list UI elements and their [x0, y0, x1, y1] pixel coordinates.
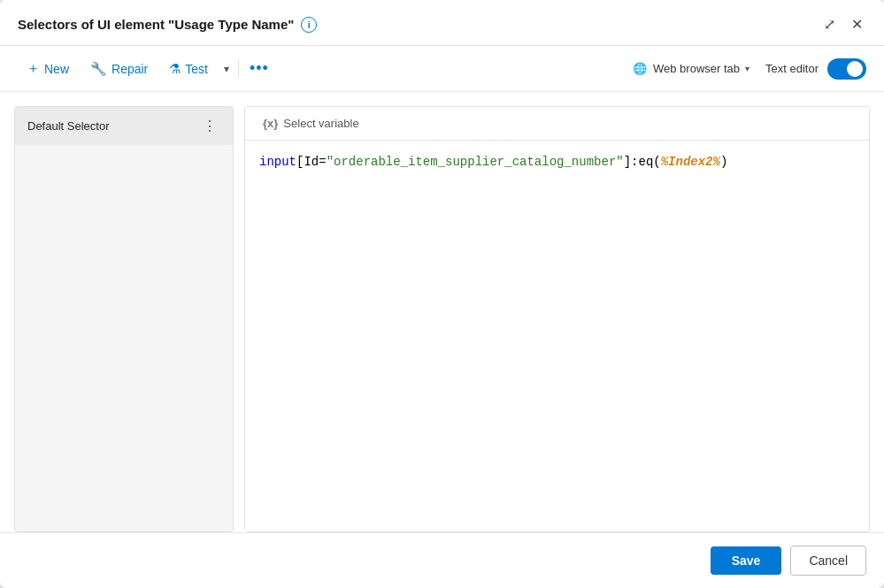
close-button[interactable]: ✕	[848, 12, 866, 36]
footer: Save Cancel	[0, 532, 884, 588]
editor-content[interactable]: input[Id="orderable_item_supplier_catalo…	[245, 141, 869, 531]
browser-tab-chevron-icon: ▾	[745, 64, 749, 73]
new-button[interactable]: ＋ New	[18, 55, 78, 82]
code-bracket: [Id=	[296, 155, 327, 169]
toolbar-right: 🌐 Web browser tab ▾ Text editor	[625, 57, 866, 81]
code-prefix: input	[259, 155, 296, 169]
code-closing: )	[720, 155, 727, 169]
text-editor-label: Text editor	[765, 62, 819, 75]
code-method: ]:eq(	[624, 155, 661, 169]
right-panel: {x} Select variable input[Id="orderable_…	[244, 106, 870, 532]
expand-button[interactable]: ⤢	[820, 12, 839, 36]
new-label: New	[44, 62, 69, 76]
toggle-thumb	[847, 61, 863, 77]
repair-icon: 🔧	[90, 61, 107, 77]
title-bar: Selectors of UI element "Usage Type Name…	[0, 0, 884, 46]
browser-tab-label: Web browser tab	[653, 62, 740, 75]
dialog-container: Selectors of UI element "Usage Type Name…	[0, 0, 884, 588]
title-bar-right: ⤢ ✕	[820, 12, 866, 36]
left-panel: Default Selector ⋮	[14, 106, 234, 532]
toolbar: ＋ New 🔧 Repair ⚗ Test ▾ ••• 🌐 Web browse…	[0, 46, 884, 92]
globe-icon: 🌐	[632, 61, 648, 77]
select-variable-label: Select variable	[283, 117, 358, 130]
cancel-button[interactable]: Cancel	[790, 546, 866, 576]
repair-button[interactable]: 🔧 Repair	[81, 56, 157, 82]
toolbar-divider	[238, 60, 239, 78]
default-selector-item[interactable]: Default Selector ⋮	[15, 107, 233, 145]
code-line: input[Id="orderable_item_supplier_catalo…	[259, 155, 727, 169]
plus-icon: ＋	[27, 60, 40, 77]
title-bar-left: Selectors of UI element "Usage Type Name…	[18, 17, 317, 33]
variable-icon: {x}	[263, 117, 278, 130]
info-icon[interactable]: i	[301, 17, 317, 33]
code-variable: %Index2%	[661, 155, 720, 169]
browser-tab-button[interactable]: 🌐 Web browser tab ▾	[625, 57, 757, 81]
text-editor-toggle[interactable]	[827, 58, 866, 80]
code-string: "orderable_item_supplier_catalog_number"	[327, 155, 624, 169]
dialog-title: Selectors of UI element "Usage Type Name…	[18, 17, 294, 32]
toolbar-dropdown-button[interactable]: ▾	[220, 58, 233, 80]
test-button[interactable]: ⚗ Test	[160, 56, 217, 82]
save-button[interactable]: Save	[711, 546, 782, 575]
test-icon: ⚗	[169, 61, 181, 77]
main-content: Default Selector ⋮ {x} Select variable i…	[0, 92, 884, 532]
test-label: Test	[185, 62, 208, 76]
selector-item-label: Default Selector	[27, 119, 110, 133]
toggle-track	[827, 58, 866, 80]
selector-item-menu-button[interactable]: ⋮	[199, 116, 220, 136]
toolbar-left: ＋ New 🔧 Repair ⚗ Test ▾ •••	[18, 55, 274, 82]
select-variable-button[interactable]: {x} Select variable	[256, 114, 366, 133]
repair-label: Repair	[111, 62, 148, 76]
editor-toolbar: {x} Select variable	[245, 107, 869, 141]
more-options-button[interactable]: •••	[244, 56, 274, 81]
